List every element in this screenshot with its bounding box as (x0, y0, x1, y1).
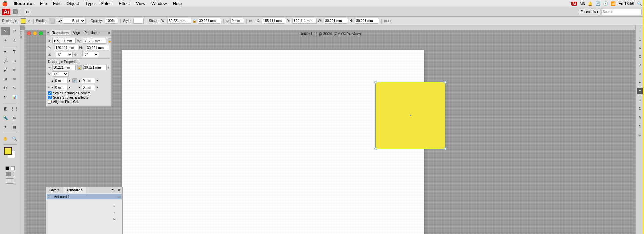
right-tool-appear[interactable]: ≡ (637, 88, 643, 94)
canvas-inner[interactable]: Untitled–1* @ 300% (CMYK/Preview) ▾ (25, 30, 635, 234)
corner-br-dn-btn[interactable]: ▼ (96, 86, 98, 89)
symbol-tool[interactable]: ✦ (1, 123, 10, 131)
doc-settings-icon[interactable]: ⊞ (13, 9, 18, 14)
tab-pathfinder[interactable]: Pathfinder (82, 30, 102, 35)
warp-tool[interactable]: 〜 (1, 93, 10, 101)
corner-bl-up-btn[interactable]: ▲ (51, 86, 54, 89)
eyedropper-tool[interactable]: 🔦 (1, 113, 10, 122)
pen-tool[interactable]: ✒ (1, 48, 10, 56)
rotate-tool[interactable]: ↻ (1, 84, 10, 92)
line-tool[interactable]: ╱ (1, 57, 10, 65)
y-input[interactable] (292, 18, 317, 24)
right-tool-symbols[interactable]: ○ (637, 70, 643, 77)
menu-help[interactable]: Help (170, 0, 184, 7)
rect-w-input[interactable] (52, 65, 76, 70)
scale-corners-checkbox[interactable] (48, 91, 52, 95)
right-tool-cc-libs[interactable]: ◻ (637, 35, 643, 42)
selection-tool[interactable]: ↖ (1, 27, 10, 35)
h2-input[interactable] (355, 18, 379, 24)
menu-file[interactable]: File (37, 0, 50, 7)
h-input[interactable] (198, 18, 221, 24)
rotate-select-tf[interactable]: 0° (56, 52, 73, 57)
rect-link-btn[interactable]: 🔒 (77, 65, 82, 70)
none-swatch[interactable] (5, 166, 9, 170)
mesh-tool[interactable]: ⋮⋮ (10, 104, 19, 113)
handle-top-right[interactable] (444, 81, 447, 84)
stroke-style-select[interactable]: ─── Basic (62, 18, 86, 24)
rect-tool[interactable]: □ (10, 57, 19, 65)
fill-color-swatch[interactable] (21, 18, 26, 24)
lock-icon[interactable]: 🔒 (192, 19, 196, 23)
scale-strokes-checkbox[interactable] (48, 96, 52, 99)
transform-panel-header[interactable]: ▾ Transform Align Pathfinder ≡ (46, 30, 111, 36)
screen-mode-icon[interactable]: ⬜ (6, 178, 14, 184)
corner-br-up-btn[interactable]: ▲ (78, 86, 81, 89)
pencil-tool[interactable]: ✏ (10, 66, 19, 74)
handle-top-left[interactable] (374, 81, 377, 84)
search-input[interactable] (601, 9, 642, 15)
direct-selection-tool[interactable]: ↗ (10, 27, 19, 35)
shear-select-tf[interactable]: 0° (82, 52, 99, 57)
tab-transform[interactable]: Transform (50, 30, 71, 35)
align-pixel-checkbox[interactable] (48, 100, 52, 104)
corner-input[interactable] (230, 18, 244, 24)
corner-up-btn[interactable]: ▲ (51, 79, 54, 82)
w-input[interactable] (167, 18, 191, 24)
menu-window[interactable]: Window (149, 0, 169, 7)
doc-options-btn[interactable]: ⊞ (24, 9, 31, 15)
corner-br-input[interactable] (82, 85, 95, 90)
menu-view[interactable]: View (133, 0, 148, 7)
tab-align[interactable]: Align (71, 30, 82, 35)
corner-tr-input[interactable] (82, 78, 95, 83)
artboard[interactable] (122, 50, 424, 234)
handle-bottom-right[interactable] (444, 147, 447, 150)
right-tool-align[interactable]: ⊗ (637, 105, 643, 112)
transform-icon[interactable]: ⊞ (384, 19, 387, 23)
magic-wand-tool[interactable]: ✧ (10, 36, 19, 45)
hand-tool[interactable]: ✋ (1, 134, 10, 143)
corner-dn-btn[interactable]: ▼ (68, 79, 71, 82)
corner-tr-dn-btn[interactable]: ▼ (96, 79, 98, 82)
white-swatch[interactable] (11, 166, 15, 170)
w2-input[interactable] (324, 18, 348, 24)
right-tool-graphic-styles[interactable]: ✦ (637, 79, 643, 86)
right-tool-brushes[interactable]: ⊕ (637, 62, 643, 68)
link-wh-btn[interactable]: 🔒 (108, 38, 112, 43)
selected-rectangle[interactable] (375, 82, 446, 149)
menu-object[interactable]: Object (64, 0, 82, 7)
rect-h-input[interactable] (83, 65, 107, 70)
menu-edit[interactable]: Edit (50, 0, 63, 7)
opacity-input[interactable] (105, 18, 118, 24)
layers-close-icon[interactable]: ✕ (116, 187, 122, 193)
corner-bl-input[interactable] (54, 85, 68, 90)
color-swatches[interactable] (4, 147, 16, 159)
stroke-stepper[interactable]: ▲▼ (56, 18, 61, 24)
stroke-input[interactable] (49, 18, 55, 24)
right-tool-opacity[interactable]: ◈ (637, 96, 643, 103)
chart-tool[interactable]: 📊 (10, 93, 19, 101)
essentials-dropdown[interactable]: Essentials ▾ (579, 9, 600, 15)
right-tool-properties[interactable]: ⊞ (637, 27, 643, 33)
rect-rotate-select[interactable]: 0° (52, 71, 69, 77)
foreground-color-swatch[interactable] (4, 147, 12, 155)
panel-collapse-icon[interactable]: ▾ (47, 31, 49, 35)
handle-bottom-left[interactable] (374, 147, 377, 150)
corner-bl-dn-btn[interactable]: ▼ (68, 86, 71, 89)
y-input-tf[interactable] (55, 45, 78, 50)
blend-tool[interactable]: ∞ (10, 113, 19, 122)
screen-mode[interactable]: ⬜ (6, 178, 14, 184)
paintbrush-tool[interactable]: 🖌 (1, 66, 10, 74)
notification-icon[interactable]: 🔔 (588, 1, 593, 6)
tab-artboards[interactable]: Artboards (63, 187, 86, 193)
gradient-tool[interactable]: ◧ (1, 104, 10, 113)
canvas-area[interactable]: 1. 2. Ac Untitled–1* @ 300% (CMYK/Previe… (20, 25, 635, 234)
maximize-button[interactable] (39, 31, 43, 35)
column-tool[interactable]: ▦ (10, 123, 19, 131)
shape-builder-tool[interactable]: ⊕ (10, 75, 19, 83)
view-mode-2[interactable] (10, 172, 14, 176)
menu-select[interactable]: Select (98, 0, 115, 7)
right-tool-para[interactable]: ¶ (637, 123, 643, 129)
right-tool-char[interactable]: A (637, 114, 643, 121)
more-options-icon[interactable]: ⊟ (388, 19, 391, 23)
view-mode-1[interactable] (6, 172, 10, 176)
